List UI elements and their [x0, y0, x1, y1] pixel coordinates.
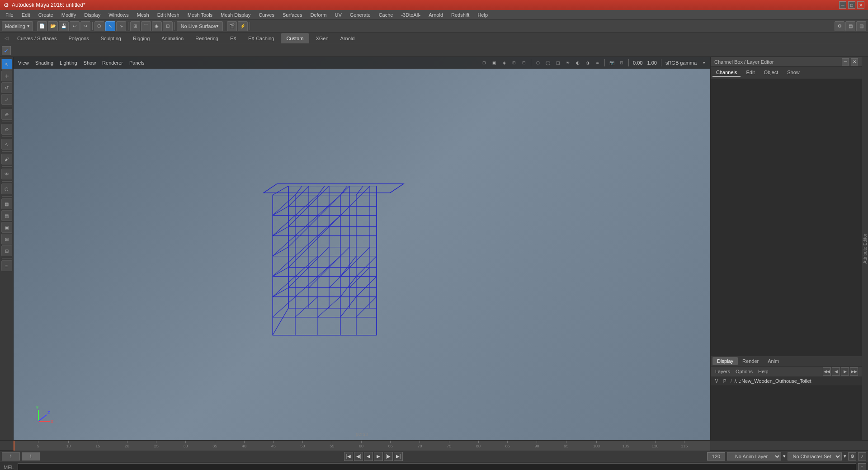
- object-tab[interactable]: Object: [760, 69, 782, 77]
- show-tab[interactable]: Show: [783, 69, 803, 77]
- vp-wireframe-btn[interactable]: ⬡: [533, 58, 542, 67]
- menu-edit-mesh[interactable]: Edit Mesh: [154, 11, 183, 19]
- maya-logo-icon[interactable]: ✓: [2, 46, 11, 55]
- anim-tab[interactable]: Anim: [763, 357, 783, 365]
- soft-mod-tool[interactable]: ⊙: [1, 124, 12, 135]
- vp-icon-5[interactable]: ⊟: [519, 58, 528, 67]
- move-tool[interactable]: ✛: [1, 70, 12, 81]
- undo-button[interactable]: ↩: [70, 21, 80, 31]
- vp-icon-3[interactable]: ◈: [500, 58, 509, 67]
- layer-visibility-button[interactable]: V: [713, 378, 720, 384]
- ipr-button[interactable]: ⚡: [238, 21, 248, 31]
- vp-shadow-btn[interactable]: ◐: [573, 58, 582, 67]
- close-button[interactable]: ✕: [857, 1, 864, 9]
- paint-select-tool[interactable]: 🖌: [1, 154, 12, 164]
- snap-surface-button[interactable]: ⊡: [163, 21, 173, 31]
- menu-help[interactable]: Help: [474, 11, 491, 19]
- vp-icon-1[interactable]: ⊡: [480, 58, 489, 67]
- vp-icon-4[interactable]: ⊞: [509, 58, 519, 67]
- current-frame-input[interactable]: [22, 452, 40, 461]
- timeline-ruler[interactable]: 5101520253035404550556065707580859095100…: [14, 441, 710, 451]
- modeling-mode-dropdown[interactable]: Modeling ▾: [2, 21, 33, 31]
- menu-mesh-tools[interactable]: Mesh Tools: [184, 11, 216, 19]
- vp-motion-blur-btn[interactable]: ≋: [593, 58, 602, 67]
- settings-button[interactable]: ⚙: [835, 21, 844, 31]
- no-live-surface-button[interactable]: No Live Surface ▾: [177, 21, 223, 31]
- layers-help-item[interactable]: Help: [755, 368, 771, 375]
- options-menu-item[interactable]: Options: [733, 368, 755, 375]
- menu-deform[interactable]: Deform: [307, 11, 330, 19]
- mel-input[interactable]: [18, 463, 856, 470]
- panel-minimize-button[interactable]: ─: [842, 58, 849, 66]
- layout-tool-2[interactable]: ▤: [1, 210, 12, 221]
- edit-tab[interactable]: Edit: [742, 69, 758, 77]
- rotate-tool[interactable]: ↺: [1, 82, 12, 93]
- vp-ao-btn[interactable]: ◑: [583, 58, 592, 67]
- lasso-select-tool[interactable]: ∿: [1, 139, 12, 150]
- menu-uv[interactable]: UV: [331, 11, 345, 19]
- vp-smooth-btn[interactable]: ◯: [543, 58, 552, 67]
- tab-animation[interactable]: Animation: [156, 33, 189, 43]
- vp-resolution-btn[interactable]: ⊡: [617, 58, 626, 67]
- menu-curves[interactable]: Curves: [255, 11, 278, 19]
- layer-prev-button[interactable]: ◀◀: [823, 367, 831, 376]
- render-button[interactable]: 🎬: [227, 21, 237, 31]
- menu-surfaces[interactable]: Surfaces: [279, 11, 306, 19]
- panel-close-button[interactable]: ✕: [851, 58, 858, 66]
- shelf-collapse-button[interactable]: ◁: [2, 33, 11, 43]
- maximize-button[interactable]: □: [848, 1, 855, 9]
- menu-create[interactable]: Create: [35, 11, 57, 19]
- attribute-editor-side-tab[interactable]: Attribute Editor: [862, 57, 868, 440]
- preferences-button[interactable]: ⚙: [848, 452, 856, 461]
- viewport-menu-panels[interactable]: Panels: [127, 59, 147, 66]
- snap-grid-button[interactable]: ⊞: [130, 21, 140, 31]
- menu-redshift[interactable]: Redshift: [448, 11, 473, 19]
- layers-menu-item[interactable]: Layers: [712, 368, 733, 375]
- vp-color-settings-btn[interactable]: ▾: [699, 58, 708, 67]
- menu-edit[interactable]: Edit: [18, 11, 34, 19]
- redo-button[interactable]: ↪: [80, 21, 90, 31]
- node-editor-btn[interactable]: ⬡: [1, 183, 12, 194]
- show-hide-button[interactable]: 👁: [1, 169, 12, 179]
- tab-polygons[interactable]: Polygons: [63, 33, 94, 43]
- viewport-menu-shading[interactable]: Shading: [33, 59, 56, 66]
- play-back-button[interactable]: ◀: [364, 452, 373, 461]
- vp-light-btn[interactable]: ☀: [563, 58, 572, 67]
- menu-arnold[interactable]: Arnold: [425, 11, 447, 19]
- start-frame-input[interactable]: [2, 452, 20, 461]
- viewport-menu-lighting[interactable]: Lighting: [57, 59, 80, 66]
- menu-windows[interactable]: Windows: [105, 11, 132, 19]
- display-prefs-button[interactable]: ▤: [845, 21, 855, 31]
- tab-custom[interactable]: Custom: [281, 33, 310, 43]
- tab-curves-surfaces[interactable]: Curves / Surfaces: [12, 33, 62, 43]
- universal-manip-tool[interactable]: ⊕: [1, 109, 12, 120]
- character-set-dropdown[interactable]: No Character Set: [788, 452, 842, 461]
- select-tool-button[interactable]: ↖: [105, 21, 115, 31]
- tab-rendering[interactable]: Rendering: [190, 33, 224, 43]
- anim-layer-dropdown[interactable]: No Anim Layer: [727, 452, 781, 461]
- layer-next-button[interactable]: ▶: [841, 367, 849, 376]
- open-scene-button[interactable]: 📂: [48, 21, 58, 31]
- vp-texture-btn[interactable]: ◱: [553, 58, 562, 67]
- viewport-options-button[interactable]: ▨: [856, 21, 866, 31]
- play-forward-button[interactable]: ▶: [374, 452, 383, 461]
- scale-tool[interactable]: ⤢: [1, 94, 12, 105]
- tab-xgen[interactable]: XGen: [310, 33, 334, 43]
- viewport-menu-renderer[interactable]: Renderer: [99, 59, 126, 66]
- display-tab[interactable]: Display: [712, 357, 738, 365]
- menu-3dtoall[interactable]: -3DtoAll-: [397, 11, 424, 19]
- select-tool[interactable]: ↖: [1, 59, 12, 70]
- sound-button[interactable]: ♪: [858, 452, 866, 461]
- render-tab[interactable]: Render: [738, 357, 763, 365]
- menu-mesh-display[interactable]: Mesh Display: [217, 11, 254, 19]
- layer-row[interactable]: V P / /...:New_Wooden_Outhouse_Toilet: [711, 376, 862, 386]
- layout-tool-4[interactable]: ⊞: [1, 234, 12, 244]
- new-scene-button[interactable]: 📄: [37, 21, 47, 31]
- tab-sculpting[interactable]: Sculpting: [95, 33, 127, 43]
- tab-rigging[interactable]: Rigging: [127, 33, 155, 43]
- step-back-button[interactable]: ◀|: [354, 452, 363, 461]
- layer-playback-button[interactable]: P: [722, 378, 728, 384]
- channels-tab[interactable]: Channels: [712, 69, 741, 77]
- menu-modify[interactable]: Modify: [58, 11, 80, 19]
- viewport-menu-show[interactable]: Show: [81, 59, 99, 66]
